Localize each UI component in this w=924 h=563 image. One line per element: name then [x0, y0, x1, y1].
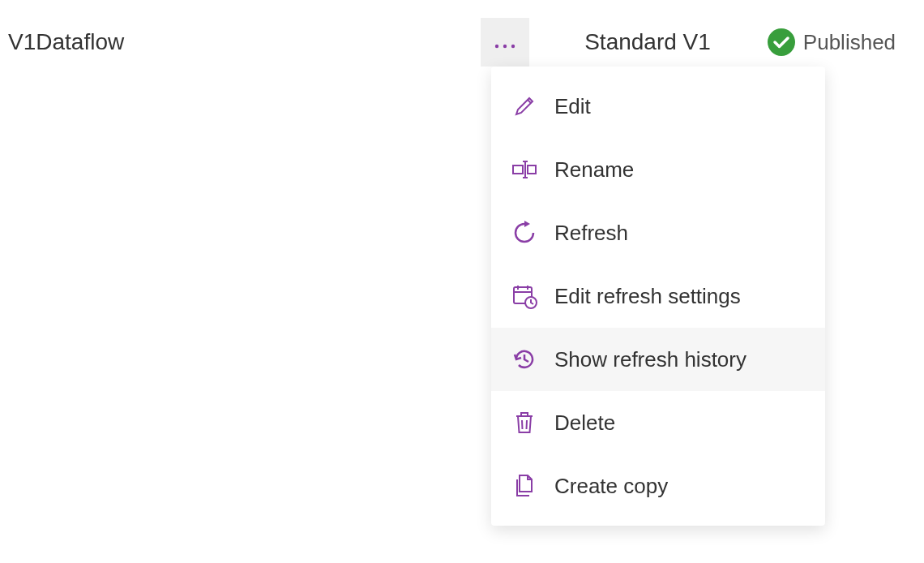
menu-item-show-refresh-history[interactable]: Show refresh history [491, 328, 825, 391]
svg-rect-4 [513, 165, 523, 174]
checkmark-icon [768, 28, 795, 56]
menu-item-label: Delete [554, 410, 615, 436]
menu-item-label: Show refresh history [554, 347, 746, 372]
calendar-clock-icon [511, 282, 538, 310]
context-menu: Edit Rename Refresh [491, 67, 825, 526]
menu-item-delete[interactable]: Delete [491, 391, 825, 454]
svg-point-3 [768, 28, 795, 56]
dataflow-type-label: Standard V1 [584, 29, 711, 55]
history-icon [511, 346, 538, 373]
ellipsis-icon [494, 30, 516, 55]
dataflow-name[interactable]: V1Dataflow [8, 29, 124, 55]
status-badge: Published [768, 28, 896, 56]
menu-item-label: Refresh [554, 221, 628, 246]
dataflow-row: V1Dataflow Standard V1 Published [0, 0, 924, 67]
menu-item-label: Create copy [554, 474, 668, 499]
menu-item-edit-refresh-settings[interactable]: Edit refresh settings [491, 264, 825, 328]
menu-item-rename[interactable]: Rename [491, 138, 825, 201]
menu-item-label: Edit [554, 94, 591, 119]
menu-item-label: Rename [554, 157, 634, 183]
svg-rect-5 [528, 165, 536, 174]
rename-icon [511, 156, 538, 183]
refresh-icon [511, 219, 538, 247]
status-label: Published [803, 30, 896, 55]
svg-point-2 [511, 44, 515, 47]
svg-point-1 [503, 44, 507, 47]
menu-item-refresh[interactable]: Refresh [491, 201, 825, 264]
pencil-icon [511, 92, 538, 120]
more-actions-button[interactable] [481, 18, 529, 67]
menu-item-edit[interactable]: Edit [491, 75, 825, 138]
menu-item-create-copy[interactable]: Create copy [491, 454, 825, 518]
copy-icon [511, 472, 538, 500]
menu-item-label: Edit refresh settings [554, 284, 741, 309]
trash-icon [511, 409, 538, 436]
svg-point-0 [495, 44, 498, 47]
